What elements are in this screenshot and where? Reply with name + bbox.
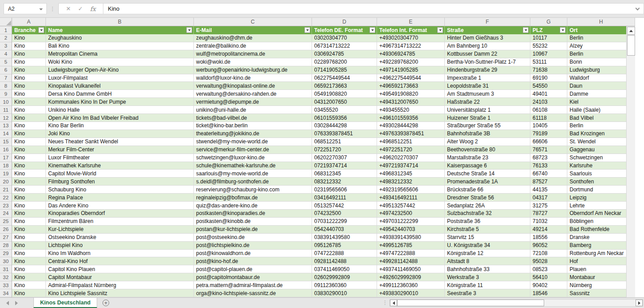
cell-B33[interactable]: Admiral-Filmpalast Nürnberg <box>46 281 194 289</box>
scroll-left-button[interactable] <box>390 300 397 306</box>
cell-F18[interactable]: Kaiserpassage 6 <box>445 162 530 170</box>
cell-A11[interactable]: Kino <box>12 106 46 113</box>
header-cell[interactable]: Name <box>46 26 194 34</box>
cell-B2[interactable]: Zeughauskino <box>46 34 194 42</box>
cell-D26[interactable]: 0542440703 <box>312 226 377 233</box>
cell-C11[interactable]: unikino@uni-halle.de <box>194 106 312 113</box>
cell-H21[interactable]: Dortmund <box>567 186 635 193</box>
cell-H23[interactable]: Lehrte <box>567 202 635 209</box>
cell-B16[interactable]: Merkur Film-Center <box>46 146 194 154</box>
cell-B27[interactable]: Ostseekino Dranske <box>46 234 194 241</box>
cell-C13[interactable]: ticket@kino-bar.berlin <box>194 122 312 130</box>
cell-H10[interactable]: Kiel <box>567 98 635 105</box>
cell-A28[interactable]: Kino <box>12 242 46 249</box>
cell-E4[interactable]: +49306924785 <box>377 50 445 58</box>
formula-input[interactable]: Kino <box>103 3 644 14</box>
row-header-15[interactable]: 15 <box>0 138 12 146</box>
cell-A2[interactable]: Kino <box>12 34 46 42</box>
cell-C25[interactable]: postkasten@kinobb.de <box>194 218 312 225</box>
header-cell[interactable]: Telefon Int. Format <box>377 26 445 34</box>
cell-D4[interactable]: 0306924785 <box>312 50 377 58</box>
cell-A5[interactable]: Kino <box>12 58 46 66</box>
cell-D32[interactable]: 026029992809 <box>312 273 377 281</box>
cell-A34[interactable]: Kino <box>12 289 46 297</box>
cell-D34[interactable]: 03830290010 <box>312 289 377 297</box>
cell-H33[interactable]: Nürnberg <box>567 281 635 289</box>
cell-F24[interactable]: Sulzbachstraße 32 <box>445 210 530 217</box>
cell-E28[interactable]: +4995126785 <box>377 242 445 249</box>
cell-B20[interactable]: Filmburg Sonthofen <box>46 178 194 185</box>
row-header-8[interactable]: 8 <box>0 82 12 90</box>
row-header-7[interactable]: 7 <box>0 74 12 82</box>
cell-F32[interactable]: Werkstraße 3 <box>445 273 530 281</box>
cell-A3[interactable]: Kino <box>12 42 46 50</box>
filter-dropdown-button[interactable] <box>369 27 375 33</box>
insert-function-icon[interactable]: fx <box>90 6 96 12</box>
cell-G14[interactable]: 79189 <box>530 130 567 138</box>
cell-G17[interactable]: 68723 <box>530 154 567 162</box>
cell-B25[interactable]: Filmzentrum Bären <box>46 218 194 225</box>
cell-B8[interactable]: Kinopalast Vulkaneifel <box>46 82 194 89</box>
cell-D7[interactable]: 062275449544 <box>312 74 377 82</box>
row-header-2[interactable]: 2 <box>0 34 12 42</box>
cell-F21[interactable]: Brückstraße 66 <box>445 186 530 193</box>
cell-C5[interactable]: woki@woki.de <box>194 58 312 66</box>
cell-B30[interactable]: Central-Kino Hof <box>46 257 194 265</box>
cell-B17[interactable]: Luxor Filmtheater <box>46 154 194 162</box>
cell-G16[interactable]: 76571 <box>530 146 567 154</box>
cell-E25[interactable]: +497031222299 <box>377 218 445 225</box>
row-header-17[interactable]: 17 <box>0 154 12 162</box>
cell-D2[interactable]: 03020304770 <box>312 34 377 42</box>
cell-B31[interactable]: Capitol Kino Plauen <box>46 265 194 273</box>
cell-G3[interactable]: 55232 <box>530 42 567 50</box>
cell-G21[interactable]: 44135 <box>530 186 567 193</box>
row-header-24[interactable]: 24 <box>0 210 12 218</box>
cell-F9[interactable]: Am Stadtmuseum 3 <box>445 90 530 97</box>
cell-C4[interactable]: wulf@metropolitancinema.de <box>194 50 312 58</box>
previous-sheet-icon[interactable] <box>6 301 9 305</box>
cell-D3[interactable]: 067314713222 <box>312 42 377 50</box>
cell-A15[interactable]: Kino <box>12 138 46 146</box>
cell-A30[interactable]: Kino <box>12 257 46 265</box>
cell-G26[interactable]: 49214 <box>530 226 567 233</box>
cell-H32[interactable]: Montabaur <box>567 273 635 281</box>
cell-H28[interactable]: Bamberg <box>567 242 635 249</box>
cell-H24[interactable]: Oberndorf Am Neckar <box>567 210 635 217</box>
cell-B7[interactable]: Luxor-Filmpalast <box>46 74 194 82</box>
cell-A24[interactable]: Kino <box>12 210 46 217</box>
cell-C29[interactable]: post@kinowaldhorn.de <box>194 250 312 257</box>
name-box-dropdown-icon[interactable] <box>39 8 43 10</box>
column-header-F[interactable]: F <box>445 18 530 26</box>
header-cell[interactable]: Branche <box>12 26 46 34</box>
cell-D5[interactable]: 02289768200 <box>312 58 377 66</box>
vertical-scrollbar-thumb[interactable] <box>627 35 635 56</box>
cell-B5[interactable]: Woki Kino <box>46 58 194 66</box>
cell-G4[interactable]: 10967 <box>530 50 567 58</box>
horizontal-scrollbar-track[interactable] <box>397 300 636 306</box>
cell-A26[interactable]: Kino <box>12 226 46 233</box>
cell-E13[interactable]: +493028444298 <box>377 122 445 130</box>
cell-D20[interactable]: 083212332 <box>312 178 377 185</box>
cell-A14[interactable]: Kino <box>12 130 46 138</box>
row-header-25[interactable]: 25 <box>0 218 12 226</box>
cell-F34[interactable]: Seestraße 3 <box>445 289 530 297</box>
cell-C2[interactable]: zeughauskino@dhm.de <box>194 34 312 42</box>
cell-E24[interactable]: +4974232500 <box>377 210 445 217</box>
cell-H29[interactable]: Rottenburg Am Neckar <box>567 250 635 257</box>
cell-B26[interactable]: Kur-Lichtspiele <box>46 226 194 233</box>
cell-H5[interactable]: Bonn <box>567 58 635 66</box>
cell-H3[interactable]: Alzey <box>567 42 635 50</box>
cell-E3[interactable]: +4967314713222 <box>377 42 445 50</box>
cell-C17[interactable]: schwetzingen@luxor-kino.de <box>194 154 312 162</box>
cell-F15[interactable]: Alter Woog 2 <box>445 138 530 146</box>
scroll-right-button[interactable] <box>636 300 643 306</box>
cell-H26[interactable]: Bad Rothenfelde <box>567 226 635 233</box>
cell-E16[interactable]: +4972251720 <box>377 146 445 154</box>
row-header-11[interactable]: 11 <box>0 106 12 114</box>
cell-F17[interactable]: Marstallstraße 23 <box>445 154 530 162</box>
cell-F28[interactable]: U. Königstraße 34 <box>445 242 530 249</box>
cell-A23[interactable]: Kino <box>12 202 46 209</box>
cell-G18[interactable]: 76133 <box>530 162 567 170</box>
cell-B6[interactable]: Ludwigsburger Open-Air-Kino <box>46 66 194 74</box>
cell-A19[interactable]: Kino <box>12 170 46 177</box>
